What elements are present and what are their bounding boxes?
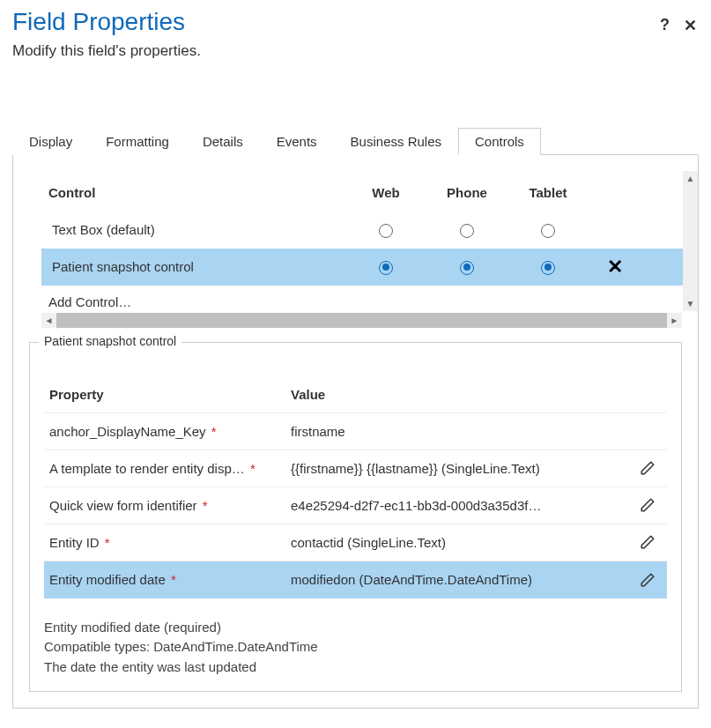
controls-header-row: Control Web Phone Tablet [41,175,683,212]
property-value: {{firstname}} {{lastname}} (SingleLine.T… [291,461,628,476]
control-properties-fieldset: Patient snapshot control Property Value … [29,342,682,693]
property-row[interactable]: Quick view form identifier *e4e25294-d2f… [44,487,667,524]
edit-icon[interactable] [640,534,655,548]
vertical-scrollbar[interactable]: ▲ ▼ [683,171,698,311]
dialog-header: Field Properties Modify this field's pro… [0,0,711,63]
controls-table: Control Web Phone Tablet Text Box (defau… [41,175,683,311]
edit-icon[interactable] [640,460,655,474]
property-row[interactable]: anchor_DisplayName_Key *firstname [44,413,667,450]
required-asterisk-icon: * [211,424,217,439]
property-row[interactable]: A template to render entity disp… *{{fir… [44,450,667,487]
radio-phone[interactable] [460,224,474,238]
property-row[interactable]: Entity modified date *modifiedon (DateAn… [44,561,667,598]
property-value: contactid (SingleLine.Text) [291,535,628,550]
property-edit-cell [628,460,667,476]
tab-details[interactable]: Details [186,128,260,155]
close-icon[interactable]: ✕ [684,16,697,35]
col-header-phone: Phone [426,185,507,200]
horizontal-scrollbar[interactable]: ◄ ► [41,313,682,328]
property-edit-cell [628,497,667,513]
radio-phone[interactable] [460,261,474,275]
controls-table-wrap: Control Web Phone Tablet Text Box (defau… [13,155,683,311]
radio-web-cell [345,259,426,275]
property-edit-cell [628,571,667,587]
col-header-web: Web [345,185,426,200]
page-subtitle: Modify this field's properties. [12,42,660,60]
required-asterisk-icon: * [203,498,208,513]
radio-web[interactable] [379,261,393,275]
help-line-3: The date the entity was last updated [44,657,667,678]
radio-tablet[interactable] [541,224,555,238]
tab-formatting[interactable]: Formatting [89,128,186,155]
property-name: A template to render entity disp… * [44,461,291,476]
properties-header-row: Property Value [44,376,667,413]
help-icon[interactable]: ? [660,16,670,35]
col-header-property: Property [44,387,291,402]
scroll-left-icon[interactable]: ◄ [41,313,56,328]
fieldset-legend: Patient snapshot control [39,334,181,348]
property-name: Quick view form identifier * [44,498,291,513]
tab-display[interactable]: Display [12,128,89,155]
scroll-down-icon[interactable]: ▼ [683,296,698,311]
edit-icon[interactable] [640,571,655,585]
edit-icon[interactable] [640,497,655,511]
property-name: anchor_DisplayName_Key * [44,424,291,439]
header-left: Field Properties Modify this field's pro… [12,7,660,60]
col-header-tablet: Tablet [507,185,589,200]
property-name: Entity ID * [44,535,291,550]
property-edit-cell [628,534,667,550]
radio-phone-cell [426,259,507,275]
control-row[interactable]: Text Box (default) [41,212,683,249]
controls-area: Control Web Phone Tablet Text Box (defau… [13,155,698,311]
required-asterisk-icon: * [171,572,176,587]
header-actions: ? ✕ [660,7,699,35]
scroll-track[interactable] [56,313,667,328]
radio-phone-cell [426,222,507,238]
properties-table: Property Value anchor_DisplayName_Key *f… [44,376,667,598]
radio-tablet-cell [507,222,589,238]
required-asterisk-icon: * [105,535,110,550]
radio-tablet[interactable] [541,261,555,275]
property-row[interactable]: Entity ID *contactid (SingleLine.Text) [44,524,667,561]
radio-tablet-cell [507,259,589,275]
required-asterisk-icon: * [250,461,256,476]
property-value: firstname [291,424,628,439]
property-value: e4e25294-d2f7-ec11-bb3d-000d3a35d3f… [291,498,628,513]
delete-control-icon[interactable]: ✕ [607,256,623,278]
delete-cell: ✕ [589,257,641,277]
control-name: Patient snapshot control [41,259,345,274]
radio-web-cell [345,222,426,238]
tab-events[interactable]: Events [260,128,334,155]
tab-business-rules[interactable]: Business Rules [334,128,458,155]
tab-bar: DisplayFormattingDetailsEventsBusiness R… [12,127,699,155]
help-line-1: Entity modified date (required) [44,618,667,638]
page-title: Field Properties [12,7,660,37]
help-line-2: Compatible types: DateAndTime.DateAndTim… [44,637,667,657]
scroll-right-icon[interactable]: ► [667,313,682,328]
control-name: Text Box (default) [41,222,345,237]
tab-controls[interactable]: Controls [458,128,541,155]
scroll-up-icon[interactable]: ▲ [683,171,698,186]
property-help-block: Entity modified date (required) Compatib… [44,618,667,678]
property-name: Entity modified date * [44,572,291,587]
col-header-value: Value [291,387,628,402]
col-header-control: Control [41,185,345,200]
property-value: modifiedon (DateAndTime.DateAndTime) [291,572,628,587]
add-control-link[interactable]: Add Control… [41,286,683,311]
radio-web[interactable] [379,224,393,238]
control-row[interactable]: Patient snapshot control✕ [41,249,683,286]
tab-content: Control Web Phone Tablet Text Box (defau… [12,155,699,709]
